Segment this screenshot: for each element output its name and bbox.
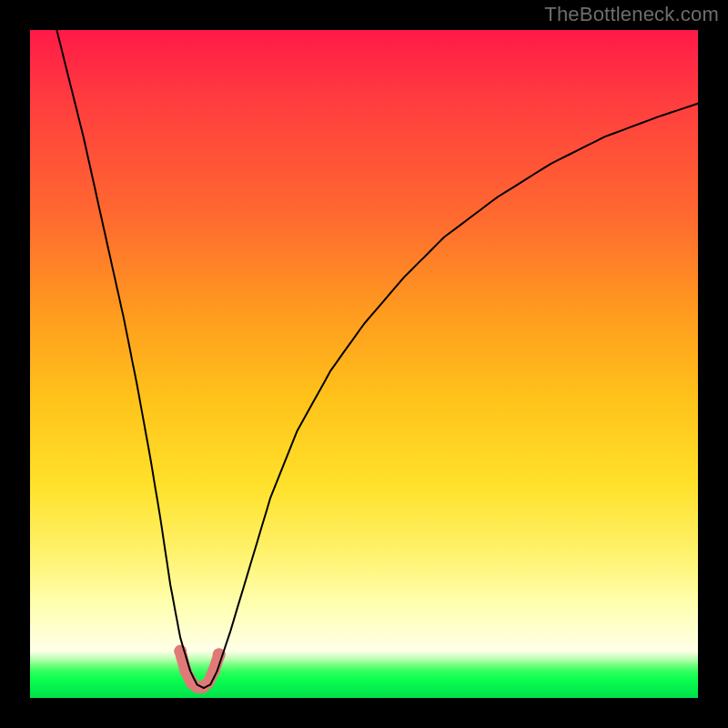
- chart-frame: TheBottleneck.com: [0, 0, 728, 728]
- bottleneck-curve: [56, 30, 698, 688]
- plot-area: [30, 30, 698, 698]
- curve-svg: [30, 30, 698, 698]
- watermark-text: TheBottleneck.com: [544, 3, 719, 26]
